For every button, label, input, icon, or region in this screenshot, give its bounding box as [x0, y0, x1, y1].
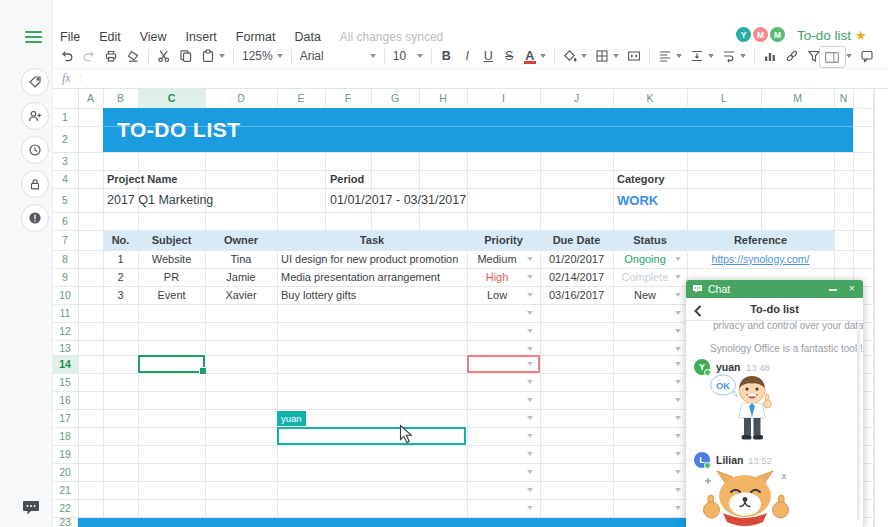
insert-chart-icon[interactable]: [759, 45, 781, 67]
row-header-14[interactable]: 14: [52, 355, 78, 373]
row-header-15[interactable]: 15: [52, 373, 78, 391]
status-dropdown-icon[interactable]: [675, 416, 681, 420]
cell-no-2[interactable]: 2: [103, 268, 138, 286]
cell-status-3[interactable]: New: [615, 286, 675, 304]
back-icon[interactable]: [694, 303, 702, 321]
chat-scrollbar[interactable]: [857, 324, 860, 520]
status-dropdown-icon[interactable]: [675, 347, 681, 351]
cell-due-2[interactable]: 02/14/2017: [540, 268, 613, 286]
minimize-icon[interactable]: [829, 289, 837, 291]
priority-dropdown-icon[interactable]: [527, 416, 533, 420]
project-name-label[interactable]: Project Name: [107, 170, 267, 188]
column-header-J[interactable]: J: [540, 88, 613, 108]
column-header-partial[interactable]: [853, 88, 873, 108]
row-header-9[interactable]: 9: [52, 268, 78, 286]
col-header-owner[interactable]: Owner: [205, 230, 277, 250]
category-label[interactable]: Category: [617, 170, 717, 188]
category-value[interactable]: WORK: [617, 188, 717, 212]
column-header-B[interactable]: B: [103, 88, 138, 108]
period-value[interactable]: 01/01/2017 - 03/31/2017: [330, 188, 530, 212]
priority-dropdown-icon[interactable]: [527, 293, 533, 297]
column-header-L[interactable]: L: [687, 88, 761, 108]
cell-due-1[interactable]: 01/20/2017: [540, 250, 613, 268]
cell-no-1[interactable]: 1: [103, 250, 138, 268]
cell-task-2[interactable]: Media presentation arrangement: [281, 268, 463, 286]
row-header-19[interactable]: 19: [52, 445, 78, 463]
cell-task-3[interactable]: Buy lottery gifts: [281, 286, 463, 304]
row-header-23[interactable]: 23: [52, 517, 78, 527]
row-header-10[interactable]: 10: [52, 286, 78, 304]
font-select[interactable]: Arial: [296, 45, 380, 67]
priority-dropdown-icon[interactable]: [527, 506, 533, 510]
row-header-20[interactable]: 20: [52, 463, 78, 481]
text-wrap-icon[interactable]: [718, 45, 750, 67]
row-header-12[interactable]: 12: [52, 322, 78, 340]
info-icon[interactable]: [21, 204, 49, 232]
cell-subject-2[interactable]: PR: [138, 268, 205, 286]
priority-dropdown-icon[interactable]: [527, 488, 533, 492]
column-header-C[interactable]: C: [138, 88, 205, 108]
priority-dropdown-icon[interactable]: [527, 470, 533, 474]
chat-bubble-icon[interactable]: [22, 500, 40, 516]
cell-task-1[interactable]: UI design for new product promotion: [281, 250, 463, 268]
cell-status-2[interactable]: Complete: [615, 268, 675, 286]
period-label[interactable]: Period: [330, 170, 450, 188]
merge-cells-icon[interactable]: [623, 45, 645, 67]
column-header-H[interactable]: H: [419, 88, 467, 108]
priority-dropdown-icon[interactable]: [527, 257, 533, 261]
row-header-8[interactable]: 8: [52, 250, 78, 268]
fill-color-icon[interactable]: [559, 45, 591, 67]
text-color-icon[interactable]: A: [520, 45, 550, 67]
cell-priority-2[interactable]: High: [467, 268, 527, 286]
active-cell-selection[interactable]: [138, 355, 205, 373]
avatar[interactable]: M: [753, 27, 768, 42]
menu-insert[interactable]: Insert: [186, 30, 217, 44]
row-header-4[interactable]: 4: [52, 170, 78, 188]
cell-owner-3[interactable]: Xavier: [205, 286, 277, 304]
close-icon[interactable]: ×: [849, 282, 855, 294]
column-header-E[interactable]: E: [277, 88, 325, 108]
col-header-no[interactable]: No.: [103, 230, 138, 250]
formula-input[interactable]: [81, 69, 888, 88]
cell-no-3[interactable]: 3: [103, 286, 138, 304]
favorite-star-icon[interactable]: ★: [855, 28, 867, 43]
status-dropdown-icon[interactable]: [675, 434, 681, 438]
comment-icon[interactable]: [856, 45, 878, 67]
font-size-select[interactable]: 10: [389, 45, 427, 67]
cell-subject-3[interactable]: Event: [138, 286, 205, 304]
insert-link-icon[interactable]: [781, 45, 803, 67]
vertical-align-icon[interactable]: [686, 45, 718, 67]
cell-reference-link-1[interactable]: https://synology.com/: [687, 250, 834, 268]
redo-icon[interactable]: [78, 45, 100, 67]
print-icon[interactable]: [100, 45, 122, 67]
column-header-N[interactable]: N: [834, 88, 853, 108]
copy-icon[interactable]: [175, 45, 197, 67]
column-header-F[interactable]: F: [325, 88, 371, 108]
italic-icon[interactable]: I: [457, 45, 478, 67]
cell-status-1[interactable]: Ongoing: [615, 250, 675, 268]
col-header-due-date[interactable]: Due Date: [540, 230, 613, 250]
invite-user-icon[interactable]: [21, 102, 49, 130]
menu-edit[interactable]: Edit: [99, 30, 121, 44]
status-dropdown-icon[interactable]: [675, 293, 681, 297]
cell-priority-1[interactable]: Medium: [467, 250, 527, 268]
column-header-A[interactable]: A: [78, 88, 103, 108]
status-dropdown-icon[interactable]: [675, 452, 681, 456]
priority-dropdown-icon[interactable]: [527, 434, 533, 438]
menu-file[interactable]: File: [60, 30, 80, 44]
status-dropdown-icon[interactable]: [675, 398, 681, 402]
avatar[interactable]: Y: [736, 27, 751, 42]
status-dropdown-icon[interactable]: [675, 470, 681, 474]
underline-icon[interactable]: U: [478, 45, 499, 67]
status-dropdown-icon[interactable]: [675, 311, 681, 315]
menu-data[interactable]: Data: [294, 30, 320, 44]
col-header-priority[interactable]: Priority: [467, 230, 540, 250]
priority-dropdown-icon[interactable]: [527, 398, 533, 402]
row-header-5[interactable]: 5: [52, 188, 78, 212]
sheet-title-cell[interactable]: TO-DO LIST: [103, 108, 853, 152]
row-header-2[interactable]: 2: [52, 126, 78, 152]
priority-dropdown-icon[interactable]: [527, 275, 533, 279]
col-header-reference[interactable]: Reference: [687, 230, 834, 250]
clear-format-icon[interactable]: [122, 45, 144, 67]
project-name-value[interactable]: 2017 Q1 Marketing: [107, 188, 297, 212]
